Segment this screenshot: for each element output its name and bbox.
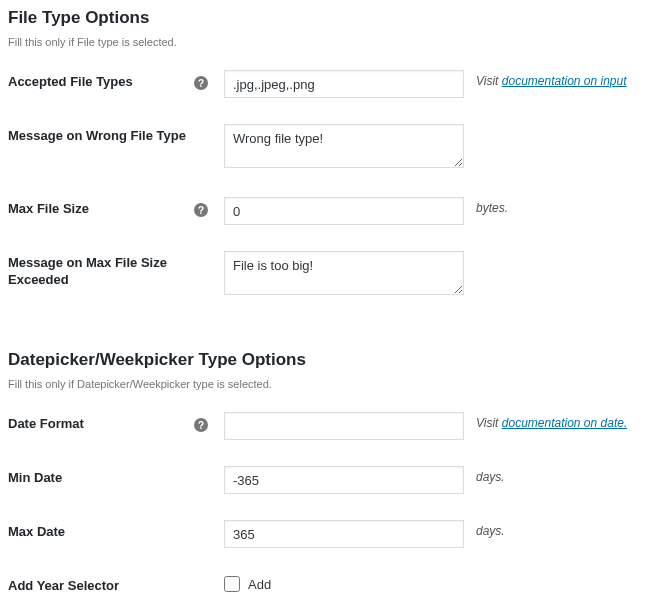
row-max-size-msg: Message on Max File Size Exceeded File i…	[8, 251, 646, 298]
wrong-type-msg-textarea[interactable]: Wrong file type!	[224, 124, 464, 168]
label-year-selector: Add Year Selector	[8, 578, 208, 595]
help-icon[interactable]: ?	[194, 203, 208, 217]
row-max-size: Max File Size ? bytes.	[8, 197, 646, 225]
label-accepted-types: Accepted File Types	[8, 74, 188, 91]
max-size-input[interactable]	[224, 197, 464, 225]
label-wrong-type-msg: Message on Wrong File Type	[8, 128, 208, 145]
section-title-datepicker: Datepicker/Weekpicker Type Options	[8, 350, 646, 370]
help-icon[interactable]: ?	[194, 76, 208, 90]
note-min-date: days.	[464, 466, 646, 484]
accepted-types-input[interactable]	[224, 70, 464, 98]
row-max-date: Max Date days.	[8, 520, 646, 548]
note-accepted-types: Visit documentation on input	[464, 70, 646, 88]
max-date-input[interactable]	[224, 520, 464, 548]
row-min-date: Min Date days.	[8, 466, 646, 494]
label-max-size: Max File Size	[8, 201, 188, 218]
note-max-date: days.	[464, 520, 646, 538]
link-input-docs[interactable]: documentation on input	[502, 74, 627, 88]
year-selector-checkbox-label: Add	[248, 577, 271, 592]
row-date-format: Date Format ? Visit documentation on dat…	[8, 412, 646, 440]
section-subtitle-file: Fill this only if File type is selected.	[8, 36, 646, 48]
help-icon[interactable]: ?	[194, 418, 208, 432]
note-max-size: bytes.	[464, 197, 646, 215]
note-date-format: Visit documentation on date.	[464, 412, 646, 430]
link-date-docs[interactable]: documentation on date.	[502, 416, 627, 430]
row-wrong-type-msg: Message on Wrong File Type Wrong file ty…	[8, 124, 646, 171]
min-date-input[interactable]	[224, 466, 464, 494]
label-max-size-msg: Message on Max File Size Exceeded	[8, 255, 208, 289]
label-max-date: Max Date	[8, 524, 208, 541]
row-year-selector: Add Year Selector Add	[8, 574, 646, 595]
section-title-file: File Type Options	[8, 8, 646, 28]
section-subtitle-datepicker: Fill this only if Datepicker/Weekpicker …	[8, 378, 646, 390]
date-format-input[interactable]	[224, 412, 464, 440]
row-accepted-types: Accepted File Types ? Visit documentatio…	[8, 70, 646, 98]
max-size-msg-textarea[interactable]: File is too big!	[224, 251, 464, 295]
label-min-date: Min Date	[8, 470, 208, 487]
label-date-format: Date Format	[8, 416, 188, 433]
year-selector-checkbox[interactable]	[224, 576, 240, 592]
